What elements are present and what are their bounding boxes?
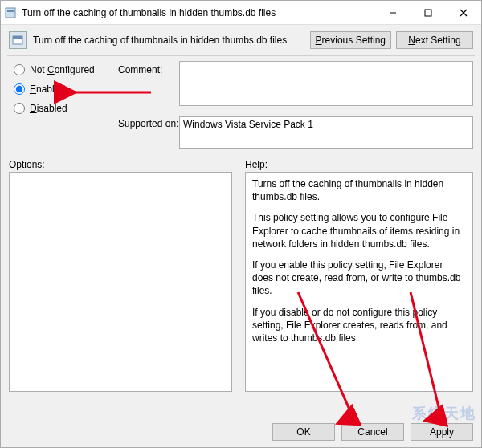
config-area: Not Configured Enabled Disabled Comment:… — [1, 61, 481, 151]
radio-disabled-input[interactable] — [14, 103, 25, 114]
supported-on-textarea: Windows Vista Service Pack 1 — [179, 116, 473, 149]
svg-rect-7 — [13, 36, 22, 39]
divider — [7, 55, 475, 56]
radio-not-configured[interactable]: Not Configured — [14, 64, 115, 75]
options-label: Options: — [9, 159, 232, 170]
help-text: If you disable or do not configure this … — [252, 306, 466, 345]
options-panel[interactable] — [9, 172, 232, 392]
window-title: Turn off the caching of thumbnails in hi… — [20, 7, 375, 18]
svg-rect-3 — [425, 10, 431, 16]
comment-textarea[interactable] — [179, 61, 473, 106]
svg-rect-0 — [6, 8, 15, 18]
help-text: This policy setting allows you to config… — [252, 211, 466, 250]
policy-icon — [9, 31, 27, 49]
header-row: Turn off the caching of thumbnails in hi… — [1, 25, 481, 54]
state-radio-group: Not Configured Enabled Disabled — [9, 61, 115, 151]
svg-rect-1 — [7, 10, 14, 12]
supported-on-label: Supported on: — [118, 108, 176, 151]
radio-disabled[interactable]: Disabled — [14, 103, 115, 114]
help-text: If you enable this policy setting, File … — [252, 259, 466, 298]
titlebar: Turn off the caching of thumbnails in hi… — [1, 1, 481, 25]
radio-not-configured-label: Not Configured — [30, 64, 95, 75]
radio-not-configured-input[interactable] — [14, 64, 25, 75]
panels-labels: Options: Help: — [1, 156, 481, 172]
minimize-button[interactable] — [375, 1, 411, 25]
app-icon — [1, 7, 20, 18]
panels: Turns off the caching of thumbnails in h… — [1, 172, 481, 392]
previous-setting-button[interactable]: Previous Setting — [310, 31, 391, 49]
ok-button[interactable]: OK — [272, 423, 335, 441]
dialog-footer: OK Cancel Apply — [272, 423, 473, 441]
help-text: Turns off the caching of thumbnails in h… — [252, 177, 466, 203]
help-panel[interactable]: Turns off the caching of thumbnails in h… — [245, 172, 473, 392]
policy-editor-window: Turn off the caching of thumbnails in hi… — [0, 0, 482, 448]
radio-enabled-input[interactable] — [14, 83, 25, 95]
watermark-text: 系统天地 — [412, 404, 476, 423]
next-setting-button[interactable]: Next Setting — [396, 31, 473, 49]
apply-button[interactable]: Apply — [411, 423, 473, 441]
help-label: Help: — [245, 159, 268, 170]
close-button[interactable] — [446, 1, 481, 25]
radio-enabled[interactable]: Enabled — [14, 83, 115, 95]
maximize-button[interactable] — [411, 1, 446, 25]
policy-title: Turn off the caching of thumbnails in hi… — [33, 35, 304, 46]
comment-label: Comment: — [118, 61, 176, 108]
cancel-button[interactable]: Cancel — [341, 423, 404, 441]
radio-enabled-label: Enabled — [30, 83, 65, 95]
radio-disabled-label: Disabled — [30, 103, 67, 114]
